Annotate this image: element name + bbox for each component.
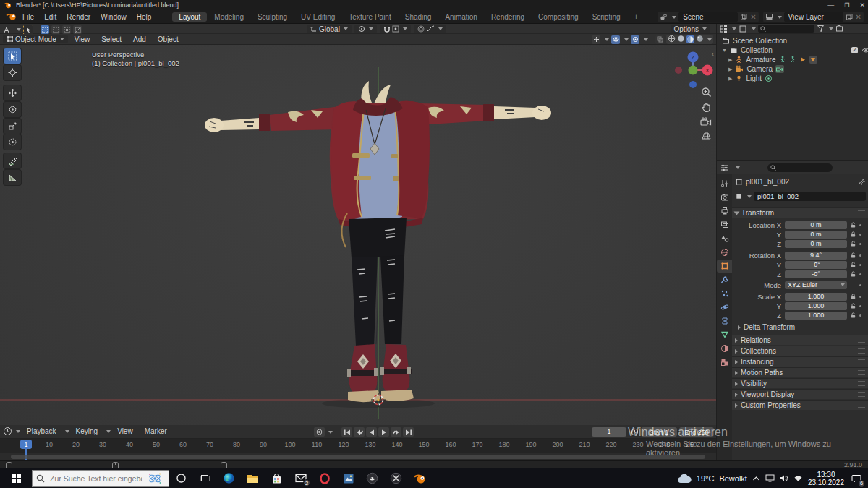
transform-panel-header[interactable]: Transform	[732, 207, 868, 218]
tab-sculpting[interactable]: Sculpting	[251, 12, 294, 22]
outliner-row-collection[interactable]: ▼ Collection ✓	[717, 46, 868, 55]
viewport-menu-select[interactable]: Select	[96, 35, 127, 43]
animate-dot[interactable]	[859, 284, 861, 286]
shading-wireframe-button[interactable]	[668, 35, 676, 44]
animate-dot[interactable]	[859, 296, 861, 298]
pin-icon[interactable]	[859, 179, 866, 186]
start-button[interactable]	[0, 468, 32, 488]
restore-button[interactable]: ❐	[844, 2, 849, 9]
delta-transform-subpanel[interactable]: Delta Transform	[738, 323, 795, 331]
location-z-field[interactable]: 0 m	[785, 240, 847, 248]
panel-grip[interactable]	[858, 348, 865, 354]
rotation-x-field[interactable]: 9.4°	[785, 252, 847, 260]
animate-dot[interactable]	[859, 234, 861, 236]
scale-y-field[interactable]: 1.000	[785, 302, 847, 310]
lock-icon[interactable]	[850, 252, 856, 259]
tab-material[interactable]	[717, 342, 732, 355]
tool-scale[interactable]	[4, 119, 21, 134]
outliner-row-camera[interactable]: ▶ Camera	[717, 64, 868, 74]
xray-dropdown[interactable]	[631, 35, 639, 44]
select-mode-subtract-button[interactable]	[62, 25, 71, 34]
timeline-ruler[interactable]: 1020304050607080901001101201301401501601…	[0, 439, 716, 453]
panel-visibility[interactable]: Visibility	[732, 378, 868, 388]
tab-texture[interactable]	[717, 356, 732, 369]
playback-range-clock-icon[interactable]	[631, 428, 639, 436]
copy-icon[interactable]	[740, 13, 748, 21]
taskbar-mail[interactable]: 2	[289, 468, 312, 488]
animate-dot[interactable]	[859, 273, 861, 275]
shading-rendered-button[interactable]	[696, 35, 704, 44]
viewport-menu-view[interactable]: View	[69, 35, 95, 43]
tab-compositing[interactable]: Compositing	[532, 12, 585, 22]
taskbar-game-1[interactable]	[360, 468, 384, 488]
tab-output[interactable]	[717, 205, 732, 218]
taskbar-opera[interactable]	[312, 468, 336, 488]
animate-dot[interactable]	[859, 224, 861, 226]
tab-world[interactable]	[717, 246, 732, 259]
menu-window[interactable]: Window	[95, 13, 132, 21]
ortho-grid-icon[interactable]	[701, 131, 712, 140]
tool-select-box[interactable]	[4, 48, 21, 64]
zoom-icon[interactable]	[701, 87, 712, 98]
taskbar-search[interactable]	[32, 470, 169, 487]
location-x-field[interactable]: 0 m	[785, 221, 847, 229]
close-button[interactable]: ✕	[859, 1, 865, 9]
jump-to-start-button[interactable]	[341, 427, 352, 437]
task-view-button[interactable]	[193, 468, 217, 488]
outliner-filter-obj-icon[interactable]	[739, 25, 747, 33]
panel-collections[interactable]: Collections	[732, 346, 868, 356]
frame-end-field[interactable]: End 250	[679, 427, 714, 437]
object-id-icon[interactable]	[735, 192, 743, 200]
lock-icon[interactable]	[850, 231, 856, 238]
tool-move[interactable]	[4, 85, 21, 100]
panel-grip[interactable]	[858, 359, 865, 364]
scene-name[interactable]: Scene	[678, 12, 738, 22]
tab-view-layer[interactable]	[717, 218, 732, 231]
expander-icon[interactable]: ▼	[722, 48, 727, 53]
pivot-point-dropdown[interactable]	[354, 25, 377, 33]
unlink-icon[interactable]: ✕	[856, 13, 861, 21]
menu-edit[interactable]: Edit	[39, 13, 61, 21]
active-tool-icon[interactable]	[23, 25, 33, 35]
select-mode-extend-button[interactable]	[51, 25, 60, 34]
network-icon[interactable]	[793, 475, 803, 482]
tab-object-data[interactable]	[717, 328, 732, 341]
lock-icon[interactable]	[850, 241, 856, 247]
jump-to-end-button[interactable]	[403, 427, 414, 437]
timeline-editor-icon[interactable]	[3, 427, 12, 436]
camera-view-icon[interactable]	[700, 117, 712, 127]
new-collection-icon[interactable]	[835, 25, 843, 33]
taskbar-store[interactable]	[265, 468, 289, 488]
panel-motion-paths[interactable]: Motion Paths	[732, 367, 868, 377]
cortana-button[interactable]	[169, 468, 193, 488]
view-layer-selector[interactable]: View Layer ✕	[763, 12, 864, 22]
snap-dropdown[interactable]	[380, 25, 411, 33]
play-reverse-button[interactable]	[366, 427, 377, 437]
panel-grip[interactable]	[858, 381, 865, 386]
timeline-scrollbar[interactable]	[11, 455, 705, 459]
panel-grip[interactable]	[858, 370, 865, 375]
animate-dot[interactable]	[859, 305, 861, 307]
viewport-3d[interactable]: User Perspective (1) Collection | pl001_…	[0, 45, 716, 425]
unlink-icon[interactable]: ✕	[750, 13, 756, 21]
expander-icon[interactable]: ▶	[728, 67, 732, 72]
tray-clock[interactable]: 13:30 23.10.2022	[808, 471, 844, 487]
blender-logo-menu[interactable]	[6, 12, 17, 21]
tab-uv-editing[interactable]: UV Editing	[294, 12, 341, 22]
tray-display-icon[interactable]	[765, 474, 775, 482]
add-workspace-button[interactable]: +	[628, 12, 645, 22]
outliner-row-scene-collection[interactable]: Scene Collection	[717, 36, 868, 46]
timeline-menu-view[interactable]: View	[112, 427, 138, 435]
panel-custom-properties[interactable]: Custom Properties	[732, 400, 868, 410]
tab-physics[interactable]	[717, 301, 732, 314]
lock-icon[interactable]	[850, 303, 856, 309]
show-overlays-dropdown[interactable]	[611, 35, 620, 44]
tab-texture-paint[interactable]: Texture Paint	[342, 12, 397, 22]
animate-dot[interactable]	[859, 264, 861, 266]
rotation-mode-dropdown[interactable]: XYZ Euler	[785, 281, 847, 289]
expander-icon[interactable]: ▶	[728, 76, 732, 82]
timeline-menu-keying[interactable]: Keying	[71, 427, 103, 435]
scale-z-field[interactable]: 1.000	[785, 312, 847, 320]
taskbar-blender[interactable]	[408, 468, 432, 488]
frame-start-field[interactable]: Start 1	[641, 427, 677, 437]
